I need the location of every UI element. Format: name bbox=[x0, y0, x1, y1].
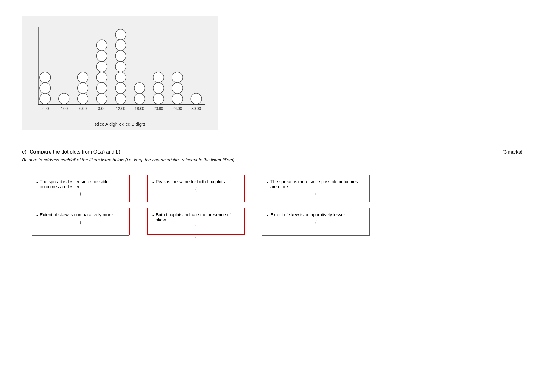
marks-label: (3 marks) bbox=[503, 149, 522, 154]
bullet-dot-right-top: • bbox=[267, 180, 268, 185]
svg-text:30.00: 30.00 bbox=[191, 106, 201, 111]
right-top-box[interactable]: • The spread is more since possible outc… bbox=[262, 175, 370, 202]
dot-plot-section: 2.00 4.00 6.00 8.00 12.00 18.00 20.00 24… bbox=[13, 16, 541, 130]
left-bottom-bullet: • Extent of skew is comparatively more. bbox=[36, 212, 125, 218]
svg-text:2.00: 2.00 bbox=[41, 106, 49, 111]
svg-text:6.00: 6.00 bbox=[79, 106, 87, 111]
right-bottom-box[interactable]: • Extent of skew is comparatively lesser… bbox=[262, 208, 370, 235]
svg-point-21 bbox=[96, 72, 107, 83]
right-bottom-paren: ( bbox=[267, 220, 365, 225]
svg-point-33 bbox=[134, 83, 145, 93]
svg-point-23 bbox=[96, 51, 107, 61]
middle-top-bullet: • Peak is the same for both box plots. bbox=[152, 179, 239, 185]
right-bottom-underline bbox=[262, 235, 370, 236]
middle-column: • Peak is the same for both box plots. (… bbox=[147, 175, 245, 240]
svg-point-37 bbox=[172, 93, 183, 104]
left-top-bullet: • The spread is lesser since possible ou… bbox=[36, 179, 125, 189]
bullet-dot-middle-bottom: • bbox=[152, 213, 154, 218]
right-bottom-red-left bbox=[262, 208, 262, 235]
svg-point-22 bbox=[96, 61, 107, 72]
svg-text:18.00: 18.00 bbox=[135, 106, 144, 111]
left-top-box[interactable]: • The spread is lesser since possible ou… bbox=[32, 175, 129, 202]
question-c-label: c) bbox=[22, 149, 26, 154]
left-bottom-red-right bbox=[129, 208, 130, 235]
svg-point-24 bbox=[96, 40, 107, 51]
bullet-dot-middle-top: • bbox=[152, 180, 154, 185]
dot-plot-svg: 2.00 4.00 6.00 8.00 12.00 18.00 20.00 24… bbox=[29, 22, 211, 120]
question-c-title-row: c) Compare the dot plots from Q1a) and b… bbox=[22, 149, 541, 156]
right-column: • The spread is more since possible outc… bbox=[262, 175, 370, 240]
middle-bottom-dot: • bbox=[147, 236, 245, 240]
question-c-title: c) Compare the dot plots from Q1a) and b… bbox=[22, 149, 122, 155]
svg-text:12.00: 12.00 bbox=[116, 106, 125, 111]
svg-point-26 bbox=[115, 83, 126, 93]
question-c-subtitle: Be sure to address each/all of the filte… bbox=[22, 157, 306, 162]
left-bottom-box[interactable]: • Extent of skew is comparatively more. … bbox=[32, 208, 129, 235]
svg-text:20.00: 20.00 bbox=[154, 106, 163, 111]
svg-point-14 bbox=[40, 72, 51, 83]
svg-point-16 bbox=[77, 93, 88, 104]
left-top-paren: ( bbox=[36, 191, 125, 196]
svg-point-35 bbox=[153, 83, 164, 93]
svg-point-12 bbox=[40, 93, 51, 104]
right-bottom-bullet: • Extent of skew is comparatively lesser… bbox=[267, 212, 365, 218]
middle-top-paren: ( bbox=[152, 187, 239, 192]
middle-bottom-text: Both boxplots indicate the presence of s… bbox=[156, 212, 239, 222]
right-top-bullet: • The spread is more since possible outc… bbox=[267, 179, 365, 189]
bullet-dot-left-bottom: • bbox=[36, 213, 38, 218]
left-top-red-right bbox=[129, 175, 130, 202]
dot-plot-container: 2.00 4.00 6.00 8.00 12.00 18.00 20.00 24… bbox=[22, 16, 218, 130]
left-bottom-paren: ( bbox=[36, 220, 125, 225]
dot-plot-area: 2.00 4.00 6.00 8.00 12.00 18.00 20.00 24… bbox=[29, 22, 211, 120]
compare-word: Compare bbox=[30, 149, 51, 154]
svg-point-31 bbox=[115, 29, 126, 40]
svg-text:24.00: 24.00 bbox=[172, 106, 182, 111]
svg-point-25 bbox=[115, 93, 126, 104]
svg-point-36 bbox=[153, 72, 164, 83]
middle-top-text: Peak is the same for both box plots. bbox=[156, 179, 226, 184]
middle-top-box[interactable]: • Peak is the same for both box plots. ( bbox=[147, 175, 245, 202]
svg-point-20 bbox=[96, 83, 107, 93]
middle-bottom-bullet: • Both boxplots indicate the presence of… bbox=[152, 212, 239, 222]
svg-point-32 bbox=[134, 93, 145, 104]
svg-point-30 bbox=[115, 40, 126, 51]
middle-bottom-paren: ) bbox=[152, 224, 239, 229]
svg-point-34 bbox=[153, 93, 164, 104]
left-bottom-underline bbox=[32, 235, 129, 236]
right-top-red-left bbox=[262, 175, 262, 202]
left-top-text: The spread is lesser since possible outc… bbox=[40, 179, 125, 189]
svg-point-15 bbox=[59, 93, 69, 104]
right-bottom-text: Extent of skew is comparatively lesser. bbox=[270, 212, 346, 217]
svg-point-13 bbox=[40, 83, 51, 93]
dot-plot-x-label: (dice A digit x dice B digit) bbox=[29, 122, 211, 127]
left-bottom-text: Extent of skew is comparatively more. bbox=[40, 212, 114, 217]
middle-bottom-box[interactable]: • Both boxplots indicate the presence of… bbox=[147, 208, 245, 235]
svg-point-17 bbox=[77, 83, 88, 93]
left-column: • The spread is lesser since possible ou… bbox=[32, 175, 129, 240]
svg-point-19 bbox=[96, 93, 107, 104]
svg-point-39 bbox=[172, 72, 183, 83]
svg-text:8.00: 8.00 bbox=[98, 106, 106, 111]
svg-text:4.00: 4.00 bbox=[60, 106, 68, 111]
bullet-dot-left-top: • bbox=[36, 180, 38, 185]
right-top-text: The spread is more since possible outcom… bbox=[270, 179, 365, 189]
svg-point-28 bbox=[115, 61, 126, 72]
bullet-dot-right-bottom: • bbox=[267, 213, 268, 218]
right-top-paren: ( bbox=[267, 191, 365, 196]
svg-point-29 bbox=[115, 51, 126, 61]
svg-point-38 bbox=[172, 83, 183, 93]
svg-point-27 bbox=[115, 72, 126, 83]
svg-point-18 bbox=[77, 72, 88, 83]
svg-point-40 bbox=[191, 93, 202, 104]
question-c-section: c) Compare the dot plots from Q1a) and b… bbox=[22, 149, 541, 162]
question-c-after-compare: the dot plots from Q1a) and b). bbox=[51, 149, 122, 154]
